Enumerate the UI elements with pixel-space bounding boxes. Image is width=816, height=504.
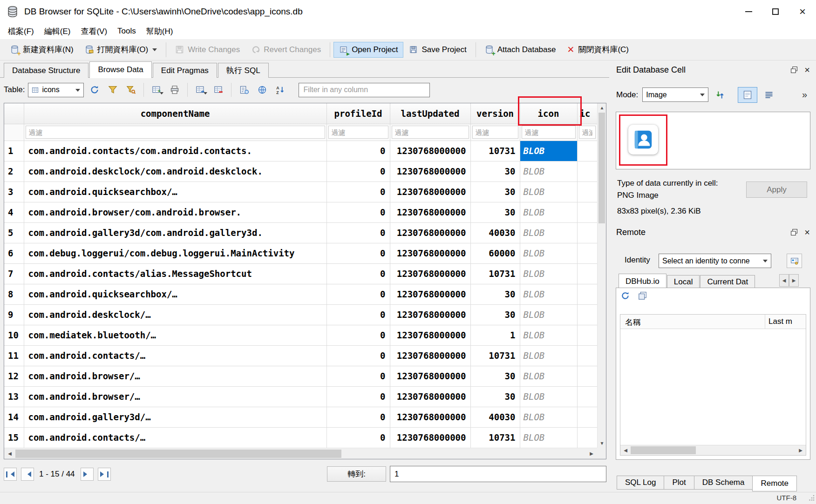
remote-clone-button[interactable] xyxy=(638,291,647,302)
scroll-down-icon[interactable]: ▼ xyxy=(598,439,606,448)
remote-col-last-modified[interactable]: Last m xyxy=(768,317,792,326)
table-selector-combobox[interactable]: icons xyxy=(28,83,84,97)
row-number-cell[interactable]: 12 xyxy=(4,366,24,386)
cell-lastUpdated[interactable]: 1230768000000 xyxy=(390,325,470,345)
cell-icon[interactable]: BLOB xyxy=(520,427,577,448)
cell-profileId[interactable]: 0 xyxy=(326,243,390,263)
cell-lastUpdated[interactable]: 1230768000000 xyxy=(390,284,470,304)
export-records-button[interactable] xyxy=(193,82,208,97)
cell-overflow[interactable] xyxy=(577,181,597,202)
cell-profileId[interactable]: 0 xyxy=(326,202,390,222)
tab-db-schema[interactable]: DB Schema xyxy=(694,476,753,490)
cell-overflow[interactable] xyxy=(577,325,597,345)
scroll-left-icon[interactable]: ◀ xyxy=(621,445,630,455)
cell-icon[interactable]: BLOB xyxy=(520,202,577,222)
close-dock-icon[interactable]: × xyxy=(804,228,810,237)
tab-plot[interactable]: Plot xyxy=(664,476,694,490)
sort-az-button[interactable]: AZ xyxy=(273,82,288,97)
cell-componentName[interactable]: com.android.deskclock/… xyxy=(24,304,326,325)
menu-file[interactable]: 檔案(F) xyxy=(3,23,39,39)
cell-icon[interactable]: BLOB xyxy=(520,222,577,243)
maximize-button[interactable] xyxy=(762,0,789,23)
float-dock-icon[interactable] xyxy=(790,228,798,236)
tab-sql-log[interactable]: SQL Log xyxy=(617,476,664,490)
cell-componentName[interactable]: com.mediatek.bluetooth/… xyxy=(24,325,326,345)
cell-overflow[interactable] xyxy=(577,263,597,284)
cell-lastUpdated[interactable]: 1230768000000 xyxy=(390,427,470,448)
remote-tab-current-database[interactable]: Current Dat xyxy=(700,275,755,288)
cell-profileId[interactable]: 0 xyxy=(326,366,390,386)
cell-lastUpdated[interactable]: 1230768000000 xyxy=(390,263,470,284)
cell-profileId[interactable]: 0 xyxy=(326,427,390,448)
cell-version[interactable]: 30 xyxy=(470,181,520,202)
cell-version[interactable]: 10731 xyxy=(470,345,520,366)
cell-lastUpdated[interactable]: 1230768000000 xyxy=(390,161,470,181)
cell-componentName[interactable]: com.android.gallery3d/com.android.galler… xyxy=(24,222,326,243)
scroll-up-icon[interactable]: ▲ xyxy=(598,103,606,112)
cell-icon[interactable]: BLOB xyxy=(520,243,577,263)
cell-profileId[interactable]: 0 xyxy=(326,407,390,427)
cell-lastUpdated[interactable]: 1230768000000 xyxy=(390,243,470,263)
attach-database-button[interactable]: + Attach Database xyxy=(479,42,562,58)
cell-version[interactable]: 30 xyxy=(470,202,520,222)
cell-version[interactable]: 40030 xyxy=(470,222,520,243)
print-button[interactable] xyxy=(167,82,182,97)
revert-changes-button[interactable]: Revert Changes xyxy=(245,42,326,58)
cell-icon[interactable]: BLOB xyxy=(520,366,577,386)
cell-icon[interactable]: BLOB xyxy=(520,345,577,366)
col-header-componentName[interactable]: componentName xyxy=(24,103,326,124)
cell-version[interactable]: 30 xyxy=(470,386,520,407)
cell-version[interactable]: 10731 xyxy=(470,141,520,161)
vertical-scrollbar[interactable]: ▲ ▼ xyxy=(597,103,606,448)
cell-overflow[interactable] xyxy=(577,427,597,448)
remote-refresh-button[interactable] xyxy=(621,291,630,302)
cell-overflow[interactable] xyxy=(577,243,597,263)
cell-overflow[interactable] xyxy=(577,141,597,161)
open-database-dropdown-icon[interactable] xyxy=(152,48,157,54)
cell-componentName[interactable]: com.android.browser/… xyxy=(24,366,326,386)
cell-componentName[interactable]: com.android.gallery3d/… xyxy=(24,407,326,427)
toolbar-overflow-chevron[interactable]: » xyxy=(802,89,807,100)
cell-version[interactable]: 10731 xyxy=(470,427,520,448)
cell-lastUpdated[interactable]: 1230768000000 xyxy=(390,141,470,161)
import-certificate-button[interactable] xyxy=(787,254,802,268)
row-number-cell[interactable]: 11 xyxy=(4,345,24,366)
cell-profileId[interactable]: 0 xyxy=(326,386,390,407)
first-record-button[interactable] xyxy=(4,468,17,481)
cell-componentName[interactable]: com.debug.loggerui/com.debug.loggerui.Ma… xyxy=(24,243,326,263)
tab-edit-pragmas[interactable]: Edit Pragmas xyxy=(153,63,217,78)
cell-componentName[interactable]: com.android.contacts/… xyxy=(24,345,326,366)
menu-help[interactable]: 幫助(H) xyxy=(141,23,178,39)
row-number-cell[interactable]: 10 xyxy=(4,325,24,345)
last-record-button[interactable] xyxy=(98,468,111,481)
row-number-cell[interactable]: 2 xyxy=(4,161,24,181)
remote-col-name[interactable]: 名稱 xyxy=(625,317,641,328)
row-number-cell[interactable]: 8 xyxy=(4,284,24,304)
vertical-scrollbar-thumb[interactable] xyxy=(598,113,605,223)
goto-button[interactable]: 轉到: xyxy=(327,466,386,482)
edit-display-format-button[interactable] xyxy=(237,82,252,97)
save-project-button[interactable]: Save Project xyxy=(403,42,472,58)
menu-view[interactable]: 查看(V) xyxy=(75,23,112,39)
filter-version-input[interactable] xyxy=(472,126,518,139)
cell-componentName[interactable]: com.android.browser/… xyxy=(24,386,326,407)
image-view-toggle-button[interactable] xyxy=(738,87,757,103)
cell-icon[interactable]: BLOB xyxy=(520,386,577,407)
cell-icon[interactable]: BLOB xyxy=(520,325,577,345)
cell-version[interactable]: 30 xyxy=(470,284,520,304)
cell-lastUpdated[interactable]: 1230768000000 xyxy=(390,304,470,325)
delete-record-button[interactable] xyxy=(211,82,226,97)
tab-remote[interactable]: Remote xyxy=(752,476,797,491)
cell-version[interactable]: 30 xyxy=(470,366,520,386)
cell-version[interactable]: 30 xyxy=(470,304,520,325)
row-number-cell[interactable]: 15 xyxy=(4,427,24,448)
cell-version[interactable]: 30 xyxy=(470,161,520,181)
resize-grip-icon[interactable] xyxy=(808,494,815,503)
cell-version[interactable]: 40030 xyxy=(470,407,520,427)
mode-combobox[interactable]: Image xyxy=(642,87,708,102)
tab-execute-sql[interactable]: 執行 SQL xyxy=(218,63,269,78)
cell-profileId[interactable]: 0 xyxy=(326,304,390,325)
row-number-cell[interactable]: 13 xyxy=(4,386,24,407)
scroll-tabs-left-button[interactable]: ◀ xyxy=(779,274,789,287)
open-project-button[interactable]: ▸ Open Project xyxy=(333,42,403,58)
